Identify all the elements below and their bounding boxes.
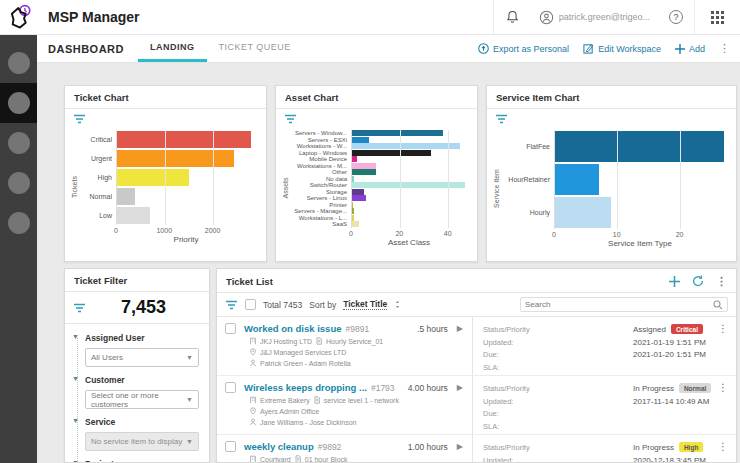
filter-icon[interactable] xyxy=(73,114,86,124)
search-icon xyxy=(713,300,723,310)
assigned-user-dropdown[interactable]: All Users ▼ xyxy=(85,348,199,367)
ticket-customer: JKJ Hosting LTD xyxy=(260,338,312,345)
x-axis-ticks: 010002000 xyxy=(116,225,256,235)
chevron-down-icon[interactable]: ▼ xyxy=(72,333,79,340)
chart-tick-label: 40 xyxy=(444,230,452,237)
updated-label: Updated: xyxy=(483,397,633,406)
search-input[interactable] xyxy=(525,300,713,309)
ticket-assignee: Jane Williams - Jose Dickinson xyxy=(260,419,356,426)
ticket-filter-card: Ticket Filter 7,453 ▼ Assigned User All … xyxy=(64,268,210,463)
x-axis-ticks: 02040 xyxy=(351,228,467,238)
ticket-title-link[interactable]: weekly cleanup xyxy=(244,441,314,452)
chart-bar xyxy=(352,137,369,143)
ticket-status: Assigned xyxy=(633,325,666,334)
sidebar-item-4[interactable] xyxy=(0,163,37,203)
chart-bar xyxy=(117,169,189,186)
user-menu[interactable]: patrick.green@trigeo... xyxy=(531,0,658,34)
pencil-icon xyxy=(583,43,594,54)
chart-gridline xyxy=(400,130,401,228)
ticket-hours: 4.00 hours xyxy=(408,383,448,393)
chart-category-label: Hourly xyxy=(504,196,554,229)
nav-icon xyxy=(8,172,30,194)
chart-tick-label: 0 xyxy=(114,227,118,234)
chart-bar xyxy=(555,197,611,227)
select-all-checkbox[interactable] xyxy=(245,299,256,310)
app-logo[interactable] xyxy=(0,4,40,30)
person-icon xyxy=(249,418,257,426)
start-timer-icon[interactable]: ▶ xyxy=(457,324,463,333)
add-button[interactable]: Add xyxy=(675,44,705,54)
ticket-service-item: Hourly Service_01 xyxy=(326,338,383,345)
sort-field-selector[interactable]: Ticket Title xyxy=(343,299,387,310)
asset-chart-card: Asset Chart Assets Servers - Window...Se… xyxy=(275,85,478,262)
export-as-personal-button[interactable]: Export as Personal xyxy=(478,43,569,54)
ticket-title-link[interactable]: Worked on disk issue xyxy=(244,323,342,334)
customer-dropdown[interactable]: Select one or more customers ▼ xyxy=(85,390,199,409)
due-value: 2021-01-20 1:51 PM xyxy=(633,350,706,359)
chart-tick-label: 10 xyxy=(613,231,621,238)
filter-icon[interactable] xyxy=(73,303,86,313)
row-menu-icon[interactable]: ⋮ xyxy=(716,323,730,369)
y-axis-label: Tickets xyxy=(71,130,82,244)
add-ticket-icon[interactable] xyxy=(669,276,680,287)
ticket-location: Ayers Admin Office xyxy=(260,408,319,415)
apps-menu-button[interactable] xyxy=(695,0,740,34)
chart-bar-row xyxy=(117,168,256,187)
workspace-bar: DASHBOARD LANDING TICKET QUEUE Export as… xyxy=(37,35,740,63)
building-icon xyxy=(249,337,257,345)
start-timer-icon[interactable]: ▶ xyxy=(457,442,463,451)
logo-hand-clock-icon xyxy=(7,4,33,30)
sort-direction-icon[interactable] xyxy=(394,300,401,309)
priority-badge: High xyxy=(679,442,703,452)
row-menu-icon[interactable]: ⋮ xyxy=(716,441,730,463)
chevron-down-icon[interactable]: ▼ xyxy=(72,375,79,382)
row-checkbox[interactable] xyxy=(225,382,236,393)
tab-ticket-queue[interactable]: TICKET QUEUE xyxy=(207,35,303,62)
sidebar-item-2-active[interactable] xyxy=(0,83,37,123)
row-menu-icon[interactable]: ⋮ xyxy=(716,382,730,428)
filter-icon[interactable] xyxy=(495,114,508,124)
chevron-down-icon: ▼ xyxy=(186,354,193,361)
chart-tick-label: 0 xyxy=(552,231,556,238)
ticket-customer: Courtyard xyxy=(260,456,291,463)
ticket-list-toolbar: Total 7453 Sort by Ticket Title xyxy=(217,293,736,317)
edit-workspace-button[interactable]: Edit Workspace xyxy=(583,43,661,54)
help-icon: ? xyxy=(669,10,683,24)
chart-category-label: Urgent xyxy=(82,149,116,168)
export-icon xyxy=(478,43,489,54)
filter-icon[interactable] xyxy=(225,300,238,310)
start-timer-icon[interactable]: ▶ xyxy=(457,383,463,392)
workspace-menu-icon[interactable]: ⋮ xyxy=(719,43,730,54)
service-dropdown[interactable]: No service item to display ▼ xyxy=(85,432,199,451)
refresh-icon[interactable] xyxy=(692,275,704,287)
ticket-location: J&J Managed Services LTD xyxy=(260,349,346,356)
ticket-rows: Worked on disk issue #9891 JKJ Hosting L… xyxy=(217,317,736,463)
ticket-chart-card: Ticket Chart Tickets CriticalUrgentHighN… xyxy=(64,85,267,262)
x-axis-label: Asset Class xyxy=(351,238,467,247)
help-button[interactable]: ? xyxy=(658,0,694,34)
x-axis-ticks: 01020 xyxy=(554,229,726,239)
search-box xyxy=(520,297,728,312)
list-menu-icon[interactable]: ⋮ xyxy=(716,276,727,287)
ticket-title-link[interactable]: Wireless keeps dropping ... xyxy=(244,382,367,393)
sidebar-item-5[interactable] xyxy=(0,203,37,243)
notifications-button[interactable] xyxy=(494,0,531,34)
chevron-down-icon[interactable]: ▼ xyxy=(72,459,79,463)
chart-tick-label: 1000 xyxy=(156,227,172,234)
chart-bar xyxy=(352,163,376,169)
ticket-hours: 1.00 hours xyxy=(408,442,448,452)
table-row: Wireless keeps dropping ... #1793 Extrem… xyxy=(217,376,736,435)
sidebar-item-3[interactable] xyxy=(0,123,37,163)
sidebar-item-1[interactable] xyxy=(0,43,37,83)
chart-tick-label: 0 xyxy=(349,230,353,237)
row-checkbox[interactable] xyxy=(225,441,236,452)
tab-landing[interactable]: LANDING xyxy=(138,35,207,62)
location-pin-icon xyxy=(249,407,257,415)
row-checkbox[interactable] xyxy=(225,323,236,334)
chevron-down-icon[interactable]: ▼ xyxy=(72,417,79,424)
chart-bar xyxy=(352,176,354,182)
filter-icon[interactable] xyxy=(284,114,297,124)
chart-category-label: FlatFee xyxy=(504,130,554,163)
total-count: Total 7453 xyxy=(263,300,302,310)
chart-bar-row xyxy=(117,130,256,149)
